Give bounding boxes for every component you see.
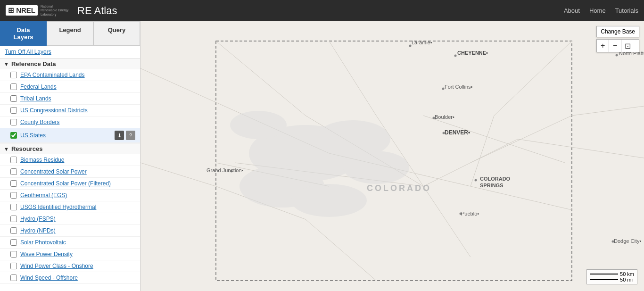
- layer-name-wave-power-density[interactable]: Wave Power Density: [20, 251, 135, 258]
- layer-item-concentrated-solar-power-(filtered)[interactable]: Concentrated Solar Power (Filtered): [0, 178, 140, 190]
- layer-item-hydro-(fsps)[interactable]: Hydro (FSPS): [0, 213, 140, 225]
- svg-text:Dodge City•: Dodge City•: [614, 238, 641, 244]
- zoom-in-button[interactable]: +: [597, 40, 609, 52]
- layer-item-epa-contaminated-lands[interactable]: EPA Contaminated Lands: [0, 69, 140, 81]
- section-title-reference-data: Reference Data: [11, 60, 56, 67]
- map-controls: Change Base + − ⊡: [596, 26, 639, 52]
- section-header-resources[interactable]: ▼Resources: [0, 143, 140, 154]
- layer-name-concentrated-solar-power[interactable]: Concentrated Solar Power: [20, 168, 135, 175]
- layer-checkbox-concentrated-solar-power[interactable]: [10, 168, 17, 175]
- layer-name-usgs-identified-hydrothermal[interactable]: USGS Identified Hydrothermal: [20, 204, 135, 210]
- section-arrow-resources: ▼: [4, 146, 9, 152]
- sidebar-tab-query[interactable]: Query: [93, 21, 140, 46]
- layer-checkbox-wave-power-density[interactable]: [10, 251, 17, 258]
- sidebar: Data LayersLegendQuery Turn Off All Laye…: [0, 21, 140, 291]
- layer-info-us-states[interactable]: ?: [126, 131, 135, 140]
- layer-name-federal-lands[interactable]: Federal Lands: [20, 83, 135, 90]
- svg-point-31: [616, 54, 618, 57]
- tutorials-link[interactable]: Tutorials: [615, 7, 638, 14]
- map-svg: Laramie• CHEYENNE• North Platte• Fort Co…: [140, 21, 644, 291]
- svg-text:Pueblo•: Pueblo•: [461, 211, 479, 216]
- svg-text:Laramie•: Laramie•: [412, 40, 432, 45]
- sidebar-tab-legend[interactable]: Legend: [47, 21, 93, 46]
- layer-item-us-congressional-districts[interactable]: US Congressional Districts: [0, 105, 140, 116]
- svg-text:Grand Junction•: Grand Junction•: [206, 167, 244, 173]
- svg-point-32: [442, 88, 445, 90]
- layer-name-wind-power-class---onshore[interactable]: Wind Power Class - Onshore: [20, 263, 135, 269]
- layer-item-county-borders[interactable]: County Borders: [0, 116, 140, 128]
- section-header-reference-data[interactable]: ▼Reference Data: [0, 58, 140, 69]
- header-nav: About Home Tutorials: [564, 7, 638, 14]
- svg-text:DENVER•: DENVER•: [445, 129, 470, 136]
- zoom-out-button[interactable]: −: [609, 40, 621, 52]
- svg-point-36: [475, 179, 477, 182]
- svg-point-26: [343, 151, 409, 184]
- layer-name-tribal-lands[interactable]: Tribal Lands: [20, 95, 135, 102]
- about-link[interactable]: About: [564, 7, 580, 14]
- layer-actions-us-states: ⬇?: [115, 131, 135, 140]
- layer-checkbox-biomass-residue[interactable]: [10, 157, 17, 163]
- nrel-subtitle: National Renewable Energy Laboratory: [41, 5, 69, 17]
- change-base-button[interactable]: Change Base: [596, 26, 639, 37]
- layer-item-biomass-residue[interactable]: Biomass Residue: [0, 154, 140, 166]
- layer-name-us-congressional-districts[interactable]: US Congressional Districts: [20, 107, 135, 114]
- svg-point-27: [230, 111, 287, 139]
- sidebar-tab-data-layers[interactable]: Data Layers: [0, 21, 47, 46]
- sidebar-tabs: Data LayersLegendQuery: [0, 21, 140, 46]
- logo-area: ⊞ NREL National Renewable Energy Laborat…: [6, 5, 117, 17]
- layer-item-wave-power-density[interactable]: Wave Power Density: [0, 249, 140, 260]
- layer-name-wind-speed---offshore[interactable]: Wind Speed - Offshore: [20, 274, 135, 281]
- layer-item-federal-lands[interactable]: Federal Lands: [0, 81, 140, 93]
- layer-checkbox-concentrated-solar-power-(filtered)[interactable]: [10, 180, 17, 187]
- layer-checkbox-usgs-identified-hydrothermal[interactable]: [10, 204, 17, 210]
- layer-name-solar-photovoltaic[interactable]: Solar Photovoltaic: [20, 239, 135, 246]
- sidebar-content: ▼Reference DataEPA Contaminated LandsFed…: [0, 58, 140, 284]
- scale-bar: 50 km 50 mi: [586, 269, 637, 284]
- layer-item-usgs-identified-hydrothermal[interactable]: USGS Identified Hydrothermal: [0, 201, 140, 213]
- layer-checkbox-solar-photovoltaic[interactable]: [10, 239, 17, 246]
- layer-name-us-states[interactable]: US States: [20, 132, 111, 139]
- nrel-logo-box: ⊞ NREL: [6, 5, 38, 16]
- layer-name-geothermal-(egs)[interactable]: Geothermal (EGS): [20, 192, 135, 199]
- scale-mi-label: 50 mi: [620, 277, 633, 283]
- layer-checkbox-hydro-(npds)[interactable]: [10, 227, 17, 234]
- svg-point-30: [454, 55, 457, 57]
- layer-item-concentrated-solar-power[interactable]: Concentrated Solar Power: [0, 166, 140, 178]
- layer-checkbox-federal-lands[interactable]: [10, 83, 17, 90]
- svg-text:COLORADO: COLORADO: [480, 176, 511, 182]
- layer-name-concentrated-solar-power-(filtered)[interactable]: Concentrated Solar Power (Filtered): [20, 180, 135, 187]
- layer-item-geothermal-(egs)[interactable]: Geothermal (EGS): [0, 190, 140, 201]
- svg-point-29: [409, 45, 412, 47]
- svg-text:Fort Collins•: Fort Collins•: [445, 84, 473, 90]
- layer-download-us-states[interactable]: ⬇: [115, 131, 124, 140]
- layer-item-us-states[interactable]: US States⬇?: [0, 128, 140, 143]
- layer-name-biomass-residue[interactable]: Biomass Residue: [20, 157, 135, 163]
- layer-checkbox-epa-contaminated-lands[interactable]: [10, 72, 17, 78]
- layer-checkbox-county-borders[interactable]: [10, 119, 17, 125]
- layer-name-epa-contaminated-lands[interactable]: EPA Contaminated Lands: [20, 72, 135, 78]
- layer-name-hydro-(npds)[interactable]: Hydro (NPDs): [20, 227, 135, 234]
- layer-checkbox-hydro-(fsps)[interactable]: [10, 216, 17, 222]
- layer-checkbox-tribal-lands[interactable]: [10, 95, 17, 102]
- turn-off-all-button[interactable]: Turn Off All Layers: [0, 46, 140, 58]
- map-area[interactable]: Laramie• CHEYENNE• North Platte• Fort Co…: [140, 21, 644, 291]
- layer-item-solar-photovoltaic[interactable]: Solar Photovoltaic: [0, 237, 140, 249]
- layer-checkbox-wind-power-class---onshore[interactable]: [10, 263, 17, 269]
- layer-item-tribal-lands[interactable]: Tribal Lands: [0, 93, 140, 105]
- layer-checkbox-us-congressional-districts[interactable]: [10, 107, 17, 114]
- layer-item-wind-speed---offshore[interactable]: Wind Speed - Offshore: [0, 272, 140, 284]
- home-link[interactable]: Home: [589, 7, 606, 14]
- main-content: Data LayersLegendQuery Turn Off All Laye…: [0, 21, 644, 291]
- svg-text:Boulder•: Boulder•: [435, 114, 454, 120]
- app-header: ⊞ NREL National Renewable Energy Laborat…: [0, 0, 644, 21]
- layer-item-wind-power-class---onshore[interactable]: Wind Power Class - Onshore: [0, 260, 140, 272]
- layer-name-county-borders[interactable]: County Borders: [20, 119, 135, 125]
- layer-checkbox-wind-speed---offshore[interactable]: [10, 274, 17, 281]
- layer-item-hydro-(npds)[interactable]: Hydro (NPDs): [0, 225, 140, 237]
- svg-text:COLORADO: COLORADO: [367, 183, 431, 193]
- layer-checkbox-geothermal-(egs)[interactable]: [10, 192, 17, 199]
- layer-name-hydro-(fsps)[interactable]: Hydro (FSPS): [20, 216, 135, 222]
- section-arrow-reference-data: ▼: [4, 61, 9, 67]
- zoom-extent-button[interactable]: ⊡: [621, 40, 634, 52]
- layer-checkbox-us-states[interactable]: [10, 132, 17, 139]
